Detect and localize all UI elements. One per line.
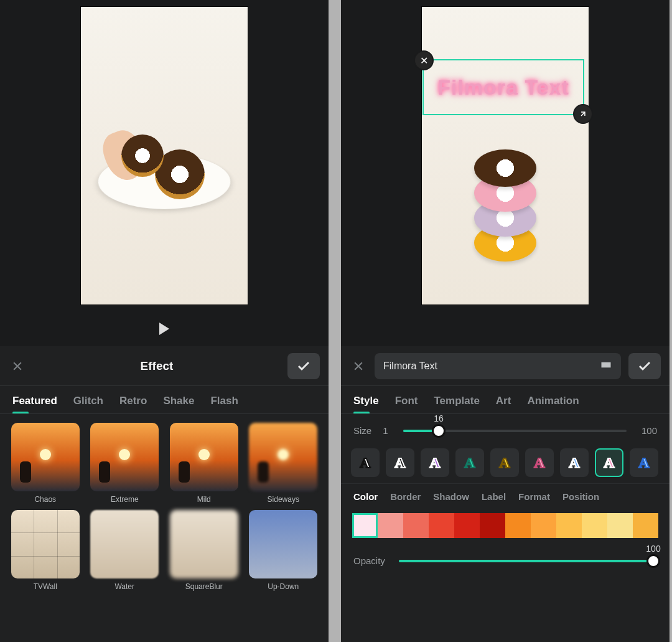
size-value-tip: 16 <box>434 413 444 423</box>
panel-title: Effect <box>34 359 280 373</box>
effect-item[interactable]: Mild <box>167 423 241 504</box>
video-frame[interactable] <box>80 6 248 305</box>
overlay-close-handle[interactable]: ✕ <box>415 52 432 69</box>
tab-featured[interactable]: Featured <box>12 395 57 407</box>
effect-thumbnail <box>11 510 80 578</box>
effect-item[interactable]: Chaos <box>9 423 82 504</box>
text-style-swatch[interactable]: A <box>455 448 484 477</box>
opacity-label: Opacity <box>353 555 385 566</box>
text-style-swatch[interactable]: A <box>630 448 658 477</box>
text-input[interactable]: Filmora Text <box>375 353 621 379</box>
color-swatch[interactable] <box>607 513 633 538</box>
subtab-position[interactable]: Position <box>562 491 599 502</box>
color-swatch[interactable] <box>505 513 531 538</box>
color-swatch[interactable] <box>556 513 582 538</box>
size-max: 100 <box>642 425 657 436</box>
effect-thumbnail <box>90 510 159 578</box>
subtab-shadow[interactable]: Shadow <box>433 491 469 502</box>
text-style-swatch[interactable]: A <box>525 448 554 477</box>
color-swatch[interactable] <box>352 513 378 538</box>
color-palette <box>352 513 658 538</box>
text-style-swatch[interactable]: A <box>386 448 414 477</box>
size-slider-knob[interactable] <box>432 424 446 438</box>
subtab-label[interactable]: Label <box>482 491 506 502</box>
text-style-swatch[interactable]: A <box>351 448 380 477</box>
donut-illustration <box>121 135 164 177</box>
effect-item[interactable]: SquareBlur <box>167 510 241 591</box>
subtab-format[interactable]: Format <box>518 491 550 502</box>
text-input-value: Filmora Text <box>383 361 437 372</box>
check-icon <box>296 359 311 374</box>
play-icon[interactable] <box>159 323 169 335</box>
size-slider-row: Size 1 16 100 <box>341 414 670 442</box>
text-style-swatch[interactable]: A <box>595 448 623 477</box>
close-button[interactable] <box>350 357 367 375</box>
tab-style[interactable]: Style <box>353 395 379 407</box>
effect-label: Sideways <box>268 495 299 504</box>
size-min: 1 <box>383 425 388 436</box>
color-swatch[interactable] <box>454 513 480 538</box>
effect-item[interactable]: Sideways <box>247 423 320 504</box>
effect-label: Mild <box>197 495 211 504</box>
text-appearance-tabs: Color Border Shadow Label Format Positio… <box>341 483 670 507</box>
effect-item[interactable]: Water <box>88 510 162 591</box>
effect-category-tabs: Featured Glitch Retro Shake Flash <box>0 386 329 414</box>
overlay-resize-handle[interactable] <box>574 105 592 123</box>
text-style-swatch[interactable]: A <box>560 448 589 477</box>
text-style-swatch[interactable]: A <box>421 448 449 477</box>
effect-thumbnail <box>170 510 238 578</box>
tab-animation[interactable]: Animation <box>527 395 579 407</box>
effect-item[interactable]: Extreme <box>88 423 162 504</box>
opacity-slider[interactable]: 100 <box>399 560 653 562</box>
color-swatch[interactable] <box>633 513 658 538</box>
confirm-button[interactable] <box>287 353 320 379</box>
effect-thumbnail <box>249 423 317 491</box>
color-swatch[interactable] <box>378 513 403 538</box>
video-preview <box>0 0 329 311</box>
confirm-button[interactable] <box>628 353 661 379</box>
text-style-swatches: A A A A A A A A A <box>341 442 670 483</box>
subtab-color[interactable]: Color <box>353 491 378 502</box>
check-icon <box>637 359 652 374</box>
color-swatch[interactable] <box>531 513 556 538</box>
tab-template[interactable]: Template <box>434 395 479 407</box>
opacity-slider-knob[interactable] <box>646 554 660 568</box>
effect-label: Water <box>114 582 134 591</box>
tab-art[interactable]: Art <box>496 395 511 407</box>
video-preview: ✕ Filmora Text <box>341 0 670 311</box>
text-style-swatch[interactable]: A <box>490 448 519 477</box>
text-property-tabs: Style Font Template Art Animation <box>341 386 670 414</box>
color-swatch[interactable] <box>582 513 607 538</box>
subtab-border[interactable]: Border <box>390 491 421 502</box>
effect-label: Up-Down <box>268 582 299 591</box>
keyboard-icon[interactable] <box>600 359 612 374</box>
effect-label: Extreme <box>111 495 139 504</box>
size-label: Size <box>353 425 371 436</box>
playback-spacer <box>341 311 670 346</box>
close-icon <box>11 360 24 372</box>
effect-item[interactable]: Up-Down <box>247 510 320 591</box>
effect-label: TVWall <box>34 582 57 591</box>
opacity-value-tip: 100 <box>646 544 660 554</box>
video-frame[interactable]: ✕ Filmora Text <box>421 6 589 305</box>
size-slider[interactable]: 16 <box>403 430 627 432</box>
close-icon <box>352 360 365 372</box>
tab-shake[interactable]: Shake <box>163 395 194 407</box>
effect-item[interactable]: TVWall <box>9 510 82 591</box>
effect-label: SquareBlur <box>185 582 223 591</box>
resize-icon <box>579 110 587 118</box>
close-button[interactable] <box>9 357 26 375</box>
color-swatch[interactable] <box>403 513 429 538</box>
tab-glitch[interactable]: Glitch <box>73 395 103 407</box>
effect-thumbnail <box>170 423 238 491</box>
text-style-screen: ✕ Filmora Text Filmora Text Style Font T… <box>341 0 670 642</box>
color-swatch[interactable] <box>429 513 454 538</box>
text-overlay[interactable]: ✕ Filmora Text <box>422 59 584 115</box>
effect-thumbnail <box>11 423 80 491</box>
panel-header: Filmora Text <box>341 346 670 386</box>
tab-font[interactable]: Font <box>395 395 418 407</box>
color-swatch[interactable] <box>480 513 505 538</box>
effect-grid: Chaos Extreme Mild Sideways TVWall Water… <box>0 414 329 600</box>
tab-flash[interactable]: Flash <box>210 395 238 407</box>
tab-retro[interactable]: Retro <box>119 395 147 407</box>
